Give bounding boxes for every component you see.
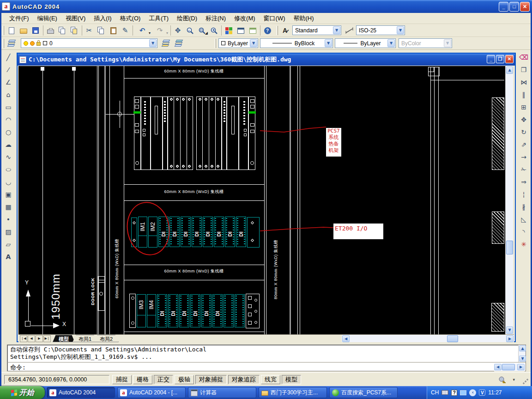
menu-format[interactable]: 格式(O) xyxy=(116,13,145,24)
stretch-button[interactable]: → xyxy=(518,151,530,163)
status-toggle-lineweight[interactable]: 线宽 xyxy=(261,375,280,384)
scroll-down-icon[interactable]: ▼ xyxy=(506,326,513,334)
taskbar-task-folder-siemens[interactable]: 西门子300学习主... xyxy=(259,387,327,398)
scroll-up-icon[interactable]: ▲ xyxy=(506,66,513,74)
pan-button[interactable]: ✥ xyxy=(172,25,183,36)
zoom-window-button[interactable]: ◢ xyxy=(196,25,207,36)
scroll-right-icon[interactable]: ▶ xyxy=(517,364,525,370)
menu-tools[interactable]: 工具(T) xyxy=(145,13,173,24)
tab-layout2[interactable]: 布局2 xyxy=(94,335,119,342)
hide-icons-chevron-icon[interactable]: ‹ xyxy=(469,389,476,396)
menu-dimension[interactable]: 标注(N) xyxy=(201,13,230,24)
status-toggle-polar[interactable]: 极轴 xyxy=(175,375,194,384)
region-button[interactable]: ▱ xyxy=(2,238,14,250)
rotate-button[interactable]: ↻ xyxy=(518,126,530,138)
command-window[interactable]: 自动保存到 C:\Documents and Settings\Administ… xyxy=(7,345,526,371)
point-button[interactable]: • xyxy=(2,213,14,225)
rectangle-button[interactable]: ▭ xyxy=(2,101,14,113)
fillet-button[interactable]: ◝ xyxy=(518,226,530,238)
scroll-left-icon[interactable]: ◀ xyxy=(342,335,350,342)
layer-lock-icon[interactable] xyxy=(36,42,41,46)
tool-palettes-button[interactable] xyxy=(247,25,258,36)
move-button[interactable]: ✥ xyxy=(518,114,530,126)
zoom-flyout-icon[interactable]: ◢ xyxy=(205,31,208,35)
explode-button[interactable]: ✳ xyxy=(518,238,530,250)
status-toggle-osnap[interactable]: 对象捕捉 xyxy=(195,375,227,384)
spline-button[interactable]: ∿ xyxy=(2,151,14,163)
tab-model[interactable]: 模型 xyxy=(53,335,75,342)
scale-button[interactable]: ⇗ xyxy=(518,139,530,151)
resize-grip[interactable] xyxy=(522,378,529,385)
ime-indicator[interactable]: CH xyxy=(431,389,439,396)
drawing-canvas[interactable]: 60mm X 80mm (WxD) 集线槽 60mm X 80mm (WxD) … xyxy=(18,66,505,334)
scroll-left-icon[interactable]: ◀ xyxy=(494,364,502,370)
first-tab-icon[interactable]: ❘◀ xyxy=(20,335,27,342)
scroll-up-icon[interactable]: ▲ xyxy=(519,345,526,351)
text-style-combo[interactable]: Standard ▼ xyxy=(292,25,341,35)
chevron-down-icon[interactable]: ▼ xyxy=(387,39,395,47)
redo-button[interactable]: ↷▾ xyxy=(152,25,168,36)
dim-style-button[interactable] xyxy=(344,25,355,36)
dim-style-combo[interactable]: ISO-25 ▼ xyxy=(356,25,405,35)
layer-on-bulb-icon[interactable] xyxy=(24,41,28,46)
communication-center-icon[interactable]: ! xyxy=(498,375,507,384)
taskbar-task-autocad-2004-drawing[interactable]: aAutoCAD 2004 - [... xyxy=(117,387,186,398)
keyboard-icon[interactable] xyxy=(441,390,448,395)
erase-button[interactable]: ⌫ xyxy=(518,51,530,63)
save-button[interactable] xyxy=(30,25,41,36)
plot-preview-button[interactable] xyxy=(57,25,68,36)
extend-button[interactable]: ⇒ xyxy=(518,176,530,188)
command-prompt[interactable]: 命令: xyxy=(10,363,26,372)
status-toggle-snap[interactable]: 捕捉 xyxy=(112,375,132,384)
menu-window[interactable]: 窗口(W) xyxy=(260,13,290,24)
canvas-vertical-scrollbar[interactable]: ▲ ▼ xyxy=(505,66,513,334)
match-properties-button[interactable]: ✎ xyxy=(120,25,131,36)
circle-button[interactable]: ○ xyxy=(2,126,14,138)
prev-tab-icon[interactable]: ◀ xyxy=(28,335,35,342)
canvas-horizontal-scrollbar[interactable]: ◀ ▶ xyxy=(342,335,514,343)
layer-freeze-sun-icon[interactable] xyxy=(30,41,35,46)
redo-dropdown-icon[interactable]: ▾ xyxy=(166,31,168,35)
zoom-realtime-button[interactable]: ± xyxy=(184,25,195,36)
break-at-point-button[interactable]: ¦ xyxy=(518,188,530,200)
menu-insert[interactable]: 插入(I) xyxy=(90,13,115,24)
horizontal-scroll-thumb[interactable] xyxy=(502,364,515,370)
chevron-down-icon[interactable]: ▼ xyxy=(397,26,404,34)
menu-modify[interactable]: 修改(M) xyxy=(230,13,260,24)
layer-previous-button[interactable] xyxy=(173,38,184,49)
polyline-button[interactable]: ∠ xyxy=(2,76,14,88)
menu-file[interactable]: 文件(F) xyxy=(5,13,33,24)
menu-help[interactable]: 帮助(H) xyxy=(290,13,318,24)
linetype-combo[interactable]: ByBlock ▼ xyxy=(260,38,333,48)
plot-button[interactable] xyxy=(45,25,56,36)
chevron-down-icon[interactable]: ▼ xyxy=(149,39,157,47)
last-tab-icon[interactable]: ▶❘ xyxy=(43,335,51,342)
horizontal-scroll-thumb[interactable] xyxy=(447,335,458,342)
menu-view[interactable]: 视图(V) xyxy=(61,13,90,24)
text-style-button[interactable]: A̷ xyxy=(279,25,290,36)
ellipse-arc-button[interactable]: ◡ xyxy=(2,176,14,188)
status-toggle-grid[interactable]: 栅格 xyxy=(133,375,152,384)
publish-button[interactable] xyxy=(69,25,80,36)
make-block-button[interactable]: ▦ xyxy=(2,201,14,213)
status-toggle-model[interactable]: 模型 xyxy=(282,375,301,384)
taskbar-task-calculator[interactable]: 计算器 xyxy=(188,387,256,398)
ellipse-button[interactable]: ○ xyxy=(2,163,14,175)
polygon-button[interactable]: ⌂ xyxy=(2,89,14,101)
layer-combo[interactable]: 0 ▼ xyxy=(21,38,157,48)
next-tab-icon[interactable]: ▶ xyxy=(36,335,43,342)
close-button[interactable]: ✕ xyxy=(520,2,530,12)
help-button[interactable]: ? xyxy=(262,25,273,36)
line-button[interactable]: ╱ xyxy=(2,51,14,63)
cut-button[interactable]: ✂ xyxy=(84,25,95,36)
tray-help-icon[interactable]: ? xyxy=(451,390,457,396)
construction-line-button[interactable]: ⁄ xyxy=(2,64,14,76)
chevron-down-icon[interactable]: ▼ xyxy=(250,39,257,47)
menu-draw[interactable]: 绘图(D) xyxy=(173,13,201,24)
network-icon[interactable] xyxy=(460,390,466,395)
lineweight-combo[interactable]: ByLayer ▼ xyxy=(335,38,396,48)
array-button[interactable]: ⊞ xyxy=(518,101,530,113)
copy-object-button[interactable]: ❐ xyxy=(518,64,530,76)
paste-button[interactable] xyxy=(108,25,119,36)
tray-app-icon[interactable]: V xyxy=(479,389,485,396)
